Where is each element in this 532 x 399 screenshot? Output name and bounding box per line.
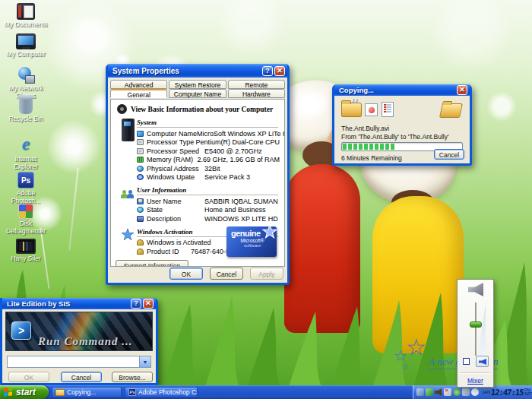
apply-button[interactable]: Apply (250, 268, 283, 280)
support-information-button[interactable]: Support Information (116, 260, 188, 268)
computer-tower-icon (122, 119, 135, 141)
user-icon (137, 198, 144, 204)
desktop-icon-internet-explorer[interactable]: e Internet Explorer (4, 134, 48, 171)
computer-name-icon (137, 131, 144, 137)
copying-titlebar[interactable]: Copying... ✕ (334, 84, 470, 96)
info-row: DescriptionWINDOWS XP LITE HD (137, 214, 280, 223)
update-icon[interactable] (462, 388, 470, 396)
banner-text: Run Command ... (38, 335, 133, 348)
destination-folder-icon (441, 103, 461, 118)
desktop-icon-disk-defragmenter[interactable]: Disk Defragmenter (4, 204, 48, 236)
desktop-icon-my-computer[interactable]: My Computer (4, 33, 48, 59)
processor-speed-icon (137, 148, 144, 154)
key-icon (137, 249, 144, 255)
monitor-icon (16, 239, 36, 254)
divider (461, 372, 490, 373)
ok-button[interactable]: OK (169, 268, 203, 280)
copy-progress-fill (343, 144, 396, 150)
volume-slider-track[interactable] (475, 302, 477, 356)
general-tab-page: View Basic Information about your Comput… (110, 99, 285, 267)
help-button[interactable]: ? (262, 66, 273, 76)
taskbar-task-photoshop[interactable]: Ps Adobe Photoshop CS... (125, 387, 198, 397)
device-icon[interactable] (416, 388, 424, 396)
taskbar-task-copying[interactable]: Copying... (52, 387, 122, 397)
info-row: User NameSABBIR IQBAL SUMAN (137, 197, 280, 206)
ok-button[interactable]: OK (8, 372, 49, 382)
section-title-system: System (137, 119, 278, 128)
activation-star-icon (121, 228, 135, 242)
cancel-copy-button[interactable]: Cancel (434, 149, 464, 160)
start-button[interactable]: start (0, 385, 49, 399)
badge-star-icon (261, 223, 278, 240)
info-row: Processor TypePentium(R) Dual-Core CPU (137, 138, 280, 147)
window-title: System Properties (112, 67, 179, 75)
volume-slider-thumb[interactable] (470, 321, 482, 328)
description-icon (137, 216, 144, 222)
disk-defragmenter-icon (18, 204, 33, 219)
cancel-button[interactable]: Cancel (61, 372, 102, 382)
tab-system-restore[interactable]: System Restore (169, 80, 226, 89)
window-title: Lite Edition by SIS (7, 299, 70, 308)
info-row: Physical Address32Bit (137, 164, 280, 173)
speaker-icon (479, 359, 486, 365)
offline-icon[interactable]: × (444, 388, 451, 396)
info-row: StateHome and Business (137, 206, 280, 215)
info-row: Windows UpateService Pack 3 (137, 173, 280, 182)
processor-icon (137, 139, 144, 145)
chevron-down-icon[interactable]: ▼ (139, 356, 150, 367)
globe-icon[interactable] (453, 388, 461, 396)
close-button[interactable]: ✕ (143, 299, 154, 309)
shield-icon[interactable] (426, 388, 433, 396)
time-remaining: 6 Minutes Remaining (341, 154, 402, 162)
speaker-icon[interactable] (435, 388, 442, 396)
system-properties-window: System Properties ? ✕ Advanced System Re… (106, 64, 290, 285)
info-row: Computer NameMicroSoft Windows XP LiTe H… (137, 129, 280, 138)
users-icon (121, 186, 136, 198)
source-folder-icon: ♪♪ (341, 103, 362, 117)
windows-flag-icon (4, 387, 13, 397)
section-title-user-information: User Information (137, 186, 278, 195)
tab-hardware[interactable]: Hardware (228, 89, 285, 98)
star-icon: ☆ (401, 362, 410, 371)
help-button[interactable]: ? (131, 299, 141, 309)
run-command-input[interactable] (8, 356, 139, 367)
mixer-link[interactable]: Mixer (458, 377, 493, 385)
system-properties-titlebar[interactable]: System Properties ? ✕ (108, 64, 287, 78)
messenger-icon[interactable] (471, 388, 479, 396)
star-icon: ☆ (406, 336, 426, 359)
tab-general[interactable]: General (110, 89, 167, 98)
flying-notes-icon: ♪♪ (352, 97, 359, 104)
desktop-icon-my-documents[interactable]: My Documents (4, 3, 48, 29)
taskbar: start Copying... Ps Adobe Photoshop CS..… (0, 385, 532, 399)
photoshop-icon: Ps (128, 388, 136, 396)
speaker-button[interactable] (476, 356, 489, 367)
close-button[interactable]: ✕ (457, 85, 467, 95)
desktop-icon-hany-siler[interactable]: Hany Siler (4, 239, 48, 263)
taskbar-clock[interactable]: JAN 12:47:15 PM SAT (482, 388, 532, 397)
image-file-icon (365, 103, 378, 116)
mute-checkbox[interactable] (463, 358, 470, 365)
info-row: Memory (RAM)2.69 GHz, 1.96 GB of RAM (137, 156, 280, 165)
close-button[interactable]: ✕ (274, 66, 285, 76)
window-title: Copying... (339, 86, 374, 94)
memory-icon (137, 157, 144, 163)
info-row: Processor SpeedE5400 @ 2.70GHz (137, 147, 280, 156)
run-dialog-titlebar[interactable]: Lite Edition by SIS ? ✕ (2, 298, 156, 309)
recycle-bin-icon (19, 97, 33, 114)
run-command-dialog: Lite Edition by SIS ? ✕ > Run Command ..… (0, 298, 158, 385)
dandelion-stem (68, 167, 78, 251)
info-gear-icon (117, 104, 127, 114)
tab-advanced[interactable]: Advanced (110, 80, 167, 89)
cancel-button[interactable]: Cancel (210, 268, 243, 280)
desktop-icon-recycle-bin[interactable]: Recycle Bin (4, 97, 48, 123)
photoshop-icon: Ps (17, 172, 34, 188)
run-banner-image: > Run Command ... (5, 312, 153, 351)
volume-popup: Mixer (457, 279, 494, 388)
browse-button[interactable]: Browse... (112, 372, 153, 382)
tab-remote[interactable]: Remote (228, 80, 285, 89)
desktop-icon-adobe-photoshop[interactable]: Ps Adobe Photosh... (4, 172, 48, 205)
tab-computer-name[interactable]: Computer Name (169, 89, 226, 98)
folder-icon (55, 389, 65, 396)
genuine-microsoft-badge: genuine Microsoft® software (226, 226, 277, 257)
document-file-icon (382, 102, 394, 117)
